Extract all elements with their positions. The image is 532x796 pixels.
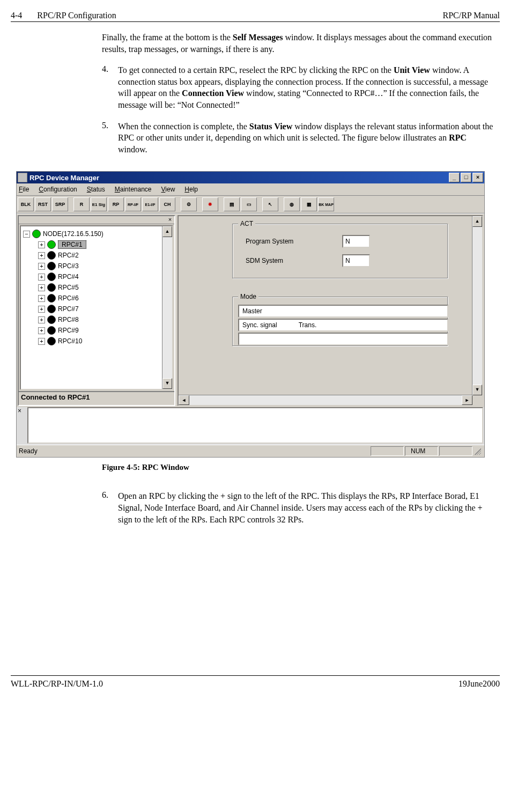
unit-tree[interactable]: − NODE(172.16.5.150) +RPC#1+RPC#2+RPC#3+… [21,226,172,381]
scroll-right-icon[interactable]: ► [462,395,472,405]
menu-maintenance[interactable]: Maintenance [115,186,152,193]
toolbar-rpif-button[interactable]: RP-I/F [125,197,141,211]
expander-plus-icon[interactable]: + [38,338,45,345]
list-number: 6. [102,490,118,525]
toolbar-btn-pointer[interactable]: ↖ [262,197,278,211]
tree-node-rpc[interactable]: +RPC#8 [23,314,170,325]
titlebar[interactable]: RPC Device Manager _ □ × [17,172,484,183]
tree-item-label: RPC#1 [58,240,86,249]
square-icon: ▦ [307,202,312,207]
sync-trans-row: Sync. signal Trans. [238,319,448,331]
msg-pane-close-icon[interactable]: × [18,407,21,415]
expander-plus-icon[interactable]: + [38,316,45,323]
menu-status[interactable]: Status [87,186,105,193]
tree-node-rpc[interactable]: +RPC#3 [23,261,170,271]
toolbar-rp-button[interactable]: RP [108,197,124,211]
scroll-up-icon[interactable]: ▲ [472,216,482,227]
mode-legend: Mode [238,293,258,300]
toolbar-btn-17[interactable]: BK MAP [318,197,334,211]
tree-node-rpc[interactable]: +RPC#6 [23,293,170,304]
resize-grip-icon[interactable] [472,446,482,456]
expander-plus-icon[interactable]: + [38,295,45,302]
toolbar-e1if-button[interactable]: E1-I/F [142,197,158,211]
tree-node-rpc[interactable]: +RPC#9 [23,325,170,336]
toolbar-srp-button[interactable]: SRP [52,197,68,211]
statusbar-cell-empty1 [371,446,404,456]
groupbox-act: ACT Program System N SDM System N [232,224,448,278]
scroll-corner [472,395,482,405]
toolbar-rst-button[interactable]: RST [35,197,51,211]
scroll-left-icon[interactable]: ◄ [179,395,189,405]
statusbar: Ready NUM [17,445,484,457]
list-number: 4. [102,64,118,110]
tree-root-label: NODE(172.16.5.150) [43,230,104,238]
menu-configuration[interactable]: Configuration [39,186,77,193]
list-item-6: 6. Open an RPC by clicking the + sign to… [102,490,494,525]
tree-item-label: RPC#6 [58,294,79,302]
tree-item-label: RPC#3 [58,262,79,270]
toolbar-blk-button[interactable]: BLK [18,197,34,211]
expander-plus-icon[interactable]: + [38,274,45,281]
list-item-5: 5. When the connection is complete, the … [102,121,494,156]
page-footer: WLL-RPC/RP-IN/UM-1.0 19June2000 [11,679,500,689]
alarm-icon: ✸ [208,202,212,207]
footer-rule [11,675,500,676]
menu-help[interactable]: Help [184,186,198,193]
toolbar-btn-13[interactable]: ▭ [241,197,257,211]
scroll-up-icon[interactable]: ▲ [162,226,172,237]
menu-file[interactable]: File [19,186,29,193]
tree-node-rpc[interactable]: +RPC#4 [23,271,170,282]
tree-node-rpc[interactable]: +RPC#1 [23,239,170,250]
tree-node-rpc[interactable]: +RPC#5 [23,282,170,293]
pane-close-icon[interactable]: × [167,216,173,224]
tree-item-label: RPC#9 [58,327,79,334]
expander-plus-icon[interactable]: + [38,241,45,248]
tree-node-rpc[interactable]: +RPC#7 [23,304,170,314]
right-vscrollbar[interactable]: ▲ ▼ [472,216,482,395]
self-messages-pane [27,407,483,444]
doc-icon: ▭ [247,202,252,207]
empty-row [238,333,448,345]
expander-plus-icon[interactable]: + [38,284,45,291]
statusbar-numlock: NUM [405,446,438,456]
toolbar-ch-button[interactable]: CH [159,197,175,211]
maximize-button[interactable]: □ [461,173,471,182]
footer-left: WLL-RPC/RP-IN/UM-1.0 [11,679,103,689]
toolbar-btn-16[interactable]: ▦ [301,197,317,211]
expander-plus-icon[interactable]: + [38,263,45,270]
scroll-down-icon[interactable]: ▼ [472,385,482,395]
right-hscrollbar[interactable]: ◄ ► [179,395,472,405]
expander-plus-icon[interactable]: + [38,327,45,334]
tree-scrollbar[interactable]: ▲ ▼ [162,226,172,389]
toolbar-e1sig-button[interactable]: E1 Sig [91,197,107,211]
trans-label: Trans. [299,321,317,329]
toolbar: BLK RST SRP R E1 Sig RP RP-I/F E1-I/F CH… [17,196,484,213]
toolbar-r-button[interactable]: R [73,197,90,211]
tree-node-rpc[interactable]: +RPC#10 [23,336,170,347]
toolbar-btn-12[interactable]: ▤ [224,197,240,211]
manual-title: RPC/RP Manual [442,11,500,20]
pointer-icon: ↖ [268,202,272,207]
minimize-button[interactable]: _ [449,173,460,182]
menubar: File Configuration Status Maintenance Vi… [17,183,484,196]
close-button[interactable]: × [472,173,483,182]
expander-plus-icon[interactable]: + [38,306,45,313]
program-system-label: Program System [246,238,342,245]
status-dot-icon [32,230,41,238]
groupbox-mode: Mode Master Sync. signal Trans. [232,297,448,346]
menu-view[interactable]: View [161,186,175,193]
page-header: 4-4 RPC/RP Configuration RPC/RP Manual [11,11,500,20]
toolbar-btn-alarm[interactable]: ✸ [202,197,218,211]
expander-minus-icon[interactable]: − [23,231,30,238]
connection-status: Connected to RPC#1 [19,391,174,405]
scroll-down-icon[interactable]: ▼ [162,378,172,389]
tree-item-label: RPC#4 [58,273,79,281]
expander-plus-icon[interactable]: + [38,252,45,259]
toolbar-btn-10[interactable]: ⚙ [181,197,197,211]
footer-right: 19June2000 [459,679,500,689]
toolbar-btn-15[interactable]: ◍ [284,197,300,211]
tree-node-rpc[interactable]: +RPC#2 [23,250,170,261]
tree-node-root[interactable]: − NODE(172.16.5.150) [23,229,170,239]
map-icon: BK MAP [319,203,334,207]
system-menu-icon[interactable] [18,173,27,182]
